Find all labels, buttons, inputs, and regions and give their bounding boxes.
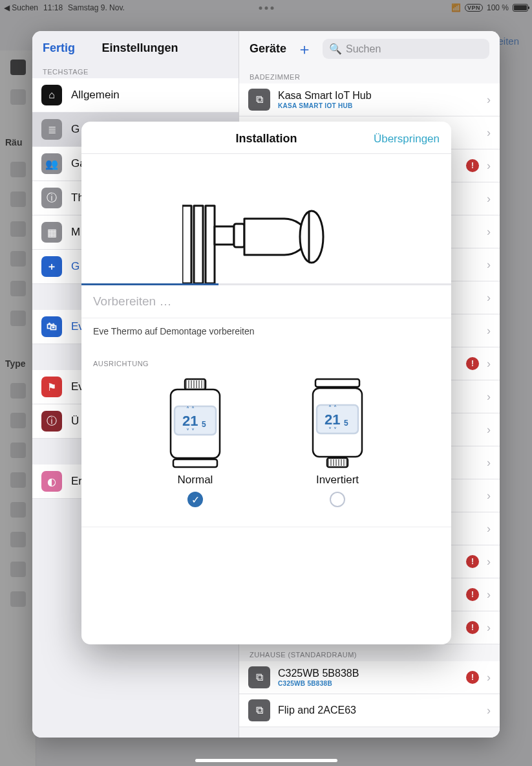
warning-icon: ! [466, 555, 479, 568]
info-icon: ⓘ [41, 411, 62, 432]
chevron-right-icon: › [487, 192, 491, 206]
chevron-right-icon: › [487, 588, 491, 602]
layers-icon: ≣ [41, 119, 62, 140]
svg-text:˅  ˅: ˅ ˅ [186, 428, 195, 435]
chevron-right-icon: › [487, 489, 491, 503]
settings-section-header: TECHSTAGE [32, 61, 239, 78]
warning-icon: ! [466, 621, 479, 634]
chevron-right-icon: › [487, 522, 491, 536]
orientation-check-unselected[interactable] [330, 492, 345, 507]
chevron-right-icon: › [487, 390, 491, 404]
install-hero-image [81, 154, 451, 283]
svg-rect-1 [194, 206, 203, 283]
chevron-right-icon: › [487, 291, 491, 305]
qr-icon: ▦ [41, 222, 62, 243]
warning-icon: ! [466, 357, 479, 370]
install-note: Eve Thermo auf Demontage vorbereiten [81, 318, 451, 348]
device-name: Flip and 2ACE63 [278, 705, 479, 716]
bag-icon: 🛍 [41, 316, 62, 337]
svg-text:˄  ˄: ˄ ˄ [328, 404, 337, 411]
skip-button[interactable]: Überspringen [374, 133, 440, 146]
orientation-label: Normal [178, 474, 213, 487]
chevron-right-icon: › [487, 671, 491, 684]
chevron-right-icon: › [487, 324, 491, 338]
svg-text:21: 21 [182, 413, 198, 429]
info-icon: ⓘ [41, 188, 62, 208]
device-icon: ⧉ [248, 666, 270, 688]
devices-title: Geräte [250, 42, 286, 56]
settings-title: Einstellungen [75, 41, 228, 55]
chevron-right-icon: › [487, 225, 491, 239]
alert-icon: ⚑ [41, 377, 62, 397]
search-input[interactable]: 🔍 Suchen [323, 39, 489, 59]
warning-icon: ! [466, 159, 479, 172]
svg-text:˅  ˅: ˅ ˅ [328, 426, 337, 433]
device-row[interactable]: ⧉Flip and 2ACE63› [239, 694, 500, 727]
chevron-right-icon: › [487, 159, 491, 173]
users-icon: 👥 [41, 153, 62, 174]
chevron-right-icon: › [487, 357, 491, 371]
warning-icon: ! [466, 671, 479, 684]
svg-rect-23 [315, 379, 359, 387]
svg-rect-7 [185, 379, 206, 389]
chevron-right-icon: › [487, 555, 491, 569]
svg-point-5 [300, 211, 323, 263]
search-icon: 🔍 [329, 43, 342, 55]
svg-rect-0 [182, 206, 191, 283]
svg-rect-2 [206, 206, 215, 283]
device-subtitle: C325WB 5B838B [278, 680, 458, 687]
svg-rect-26 [327, 458, 348, 467]
chevron-right-icon: › [487, 126, 491, 140]
svg-rect-4 [234, 224, 244, 247]
svg-rect-18 [173, 459, 217, 467]
device-icon: ⧉ [248, 699, 270, 721]
settings-item[interactable]: ⌂Allgemein [32, 78, 239, 113]
chevron-right-icon: › [487, 423, 491, 437]
chevron-right-icon: › [487, 621, 491, 635]
orientation-header: AUSRICHTUNG [81, 348, 451, 371]
device-row[interactable]: ⧉Kasa Smart IoT HubKASA SMART IOT HUB› [239, 83, 500, 116]
done-button[interactable]: Fertig [43, 41, 75, 55]
svg-text:21: 21 [325, 411, 340, 428]
device-name: C325WB 5B838B [278, 668, 458, 679]
install-progress [81, 283, 451, 285]
orientation-options: 21 5 ˄ ˄˅ ˅ Normal ✓ 21 5 [81, 371, 451, 527]
svg-text:5: 5 [344, 419, 348, 428]
orientation-check-selected[interactable]: ✓ [187, 492, 203, 507]
orientation-option-inverted[interactable]: 21 5 ˄ ˄˅ ˅ Invertiert [279, 378, 396, 507]
svg-text:˄  ˄: ˄ ˄ [186, 406, 195, 413]
home-indicator[interactable] [195, 759, 337, 762]
chevron-right-icon: › [487, 258, 491, 272]
settings-item-label: Allgemein [71, 89, 229, 102]
add-device-button[interactable]: ＋ [295, 40, 314, 58]
device-icon: ⧉ [248, 89, 270, 111]
chevron-right-icon: › [487, 456, 491, 470]
install-step-label: Vorbereiten … [81, 285, 451, 318]
chevron-right-icon: › [487, 704, 491, 717]
contrast-icon: ◐ [41, 471, 62, 492]
chevron-right-icon: › [487, 93, 491, 107]
device-row[interactable]: ⧉C325WB 5B838BC325WB 5B838B!› [239, 661, 500, 694]
orientation-label: Invertiert [316, 474, 359, 487]
device-subtitle: KASA SMART IOT HUB [278, 102, 479, 109]
search-placeholder: Suchen [346, 43, 381, 55]
svg-rect-3 [215, 226, 234, 245]
svg-text:5: 5 [202, 420, 206, 429]
installation-sheet: Installation Überspringen Vorbereiten [81, 122, 451, 644]
home-icon: ⌂ [41, 85, 62, 105]
device-name: Kasa Smart IoT Hub [278, 90, 479, 102]
warning-icon: ! [466, 588, 479, 601]
orientation-option-normal[interactable]: 21 5 ˄ ˄˅ ˅ Normal ✓ [137, 378, 253, 507]
device-section-header: BADEZIMMER [239, 67, 500, 83]
device-section-header: ZUHAUSE (STANDARDRAUM) [239, 644, 500, 661]
plus-icon: ＋ [41, 256, 62, 277]
